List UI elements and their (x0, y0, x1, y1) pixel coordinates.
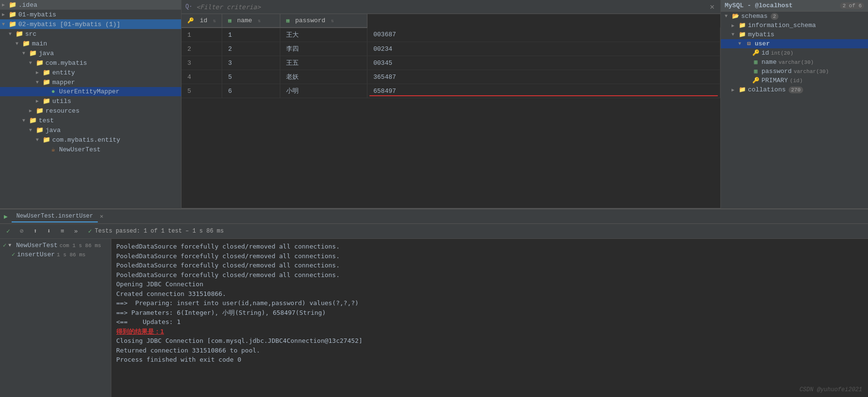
field-detail: (id) (790, 78, 803, 84)
table-row[interactable]: 1 1 王大 003687 (182, 28, 720, 42)
console-line: Closing JDBC Connection [com.mysql.jdbc.… (116, 336, 863, 346)
tree-item-java-main[interactable]: ▼ 📁 java (0, 48, 181, 58)
tree-item-com-mybatis-entity[interactable]: ▼ 📁 com.mybatis.entity (0, 135, 181, 145)
table-row[interactable]: 2 2 李四 00234 (182, 42, 720, 56)
rt-user-table[interactable]: ▼ ⊟ user (721, 39, 868, 48)
tree-item-main[interactable]: ▼ 📁 main (0, 39, 181, 48)
db-connection-title: MySQL - @localhost (725, 2, 792, 9)
sort-asc-button[interactable]: ⬆ (30, 226, 41, 236)
table-row[interactable]: 4 5 老妖 365487 (182, 70, 720, 84)
schema-folder-icon: 📁 (738, 22, 746, 29)
schemas-badge: 2 (771, 13, 779, 20)
console-line: ==> Parameters: 6(Integer), 小明(String), … (116, 308, 863, 318)
tree-arrow: ▼ (29, 128, 36, 133)
tab-close-icon[interactable]: ✕ (100, 213, 103, 220)
field-detail: varchar(30) (778, 59, 814, 65)
tree-label: test (39, 117, 54, 124)
folder-icon: 📁 (15, 30, 23, 38)
tree-label: UserEntityMapper (59, 88, 120, 95)
tree-item-java-test[interactable]: ▼ 📁 java (0, 125, 181, 135)
rt-field-password[interactable]: ▦ password varchar(30) (721, 67, 868, 76)
cell-name: 老妖 (280, 70, 367, 84)
tree-item-com-mybatis[interactable]: ▼ 📁 com.mybatis (0, 58, 181, 68)
tree-label: 02-mybatis [01-mybatis (1)] (18, 21, 121, 28)
rt-primary[interactable]: 🔑 PRIMARY (id) (721, 76, 868, 85)
cell-id-val: 6 (222, 84, 280, 98)
tree-expand-arrow: ▼ (8, 243, 15, 248)
list-button[interactable]: ≡ (57, 226, 68, 236)
rt-information-schema[interactable]: ▶ 📁 information_schema (721, 21, 868, 30)
check-button[interactable]: ✓ (3, 226, 14, 236)
console-line: PooledDataSource forcefully closed/remov… (116, 270, 863, 280)
field-detail: varchar(30) (793, 69, 829, 74)
tab-newusertest[interactable]: NewUserTest.insertUser (12, 211, 98, 222)
bottom-area: ▶ NewUserTest.insertUser ✕ ✓ ⊘ ⬆ ⬇ ≡ » ✓… (0, 208, 868, 397)
tree-item-01mybatis[interactable]: ▶ 📁 01-mybatis (0, 10, 181, 19)
test-item-newusertest[interactable]: ✓ ▼ NewUserTest com 1 s 86 ms (0, 241, 111, 250)
tree-item-test[interactable]: ▼ 📁 test (0, 116, 181, 125)
tree-label: entity (52, 69, 75, 76)
tree-label: com.mybatis (46, 59, 87, 67)
table-row[interactable]: 5 6 小明 658497 (182, 84, 720, 98)
rt-field-name[interactable]: ▦ name varchar(30) (721, 58, 868, 67)
tree-label: com.mybatis.entity (52, 136, 120, 144)
folder-icon: 📁 (43, 97, 50, 105)
tree-item-idea[interactable]: ▶ 📁 .idea (0, 0, 181, 10)
db-connection-badge: 2 of 6 (840, 2, 864, 9)
tree-item-newusertest[interactable]: ☕ NewUserTest (0, 145, 181, 154)
cell-password: 00345 (367, 56, 720, 70)
tree-arrow: ▼ (22, 51, 29, 56)
console-line: Process finished with exit code 0 (116, 355, 863, 365)
tree-item-src[interactable]: ▼ 📁 src (0, 29, 181, 39)
bottom-tabs: ▶ NewUserTest.insertUser ✕ (0, 209, 868, 224)
field-icon2: ▦ (752, 68, 760, 75)
folder-icon: 📁 (36, 126, 44, 134)
sort-desc-button[interactable]: ⬇ (44, 226, 54, 236)
filter-input[interactable] (196, 3, 704, 11)
tree-item-mapper[interactable]: ▼ 📁 mapper (0, 77, 181, 87)
close-button[interactable]: ✕ (708, 2, 716, 12)
field-icon: ▦ (752, 59, 760, 66)
console-line: 得到的结果是：1 (116, 327, 863, 337)
more-button[interactable]: » (71, 226, 81, 236)
rt-schemas[interactable]: ▼ 📂 schemas 2 (721, 12, 868, 21)
java-file-icon: ☕ (49, 146, 57, 153)
console-output[interactable]: PooledDataSource forcefully closed/remov… (111, 239, 868, 397)
tree-item-entity[interactable]: ▶ 📁 entity (0, 68, 181, 77)
tree-label: utils (52, 98, 71, 105)
tree-item-02mybatis[interactable]: ▼ 📁 02-mybatis [01-mybatis (1)] (0, 19, 181, 29)
rt-field-id[interactable]: 🔑 id int(20) (721, 48, 868, 58)
db-table-wrapper[interactable]: 🔑 id ⇅ ▦ name ⇅ ▦ password (182, 14, 720, 208)
tree-item-resources[interactable]: ▶ 📁 resources (0, 106, 181, 116)
test-pass-icon2: ✓ (12, 251, 15, 258)
tree-item-utils[interactable]: ▶ 📁 utils (0, 96, 181, 106)
table-row[interactable]: 3 3 王五 00345 (182, 56, 720, 70)
rt-arrow: ▼ (738, 41, 745, 46)
stop-button[interactable]: ⊘ (16, 226, 27, 236)
cell-password: 003687 (367, 28, 720, 42)
rt-collations[interactable]: ▶ 📁 collations 270 (721, 85, 868, 94)
cell-id-val: 5 (222, 70, 280, 84)
tree-label: .idea (18, 1, 37, 9)
folder-icon: 📁 (29, 117, 37, 124)
tree-label: mapper (52, 79, 75, 86)
col-name[interactable]: ▦ name ⇅ (222, 14, 280, 28)
status-check-icon: ✓ (88, 227, 92, 235)
tree-arrow: ▼ (9, 31, 15, 37)
test-item-insertuser[interactable]: ✓ insertUser 1 s 86 ms (0, 250, 111, 259)
sort-arrows-password: ⇅ (331, 18, 334, 24)
cell-id: 3 (182, 56, 222, 70)
rt-mybatis[interactable]: ▼ 📁 mybatis (721, 30, 868, 39)
rt-label: id (761, 49, 769, 57)
cell-id-val: 2 (222, 42, 280, 56)
tree-arrow: ▼ (22, 118, 29, 123)
tab-label: NewUserTest.insertUser (16, 213, 93, 220)
col-password[interactable]: ▦ password ⇅ (280, 14, 367, 28)
col-id[interactable]: 🔑 id ⇅ (182, 14, 222, 28)
tree-label: NewUserTest (59, 146, 101, 153)
folder-icon: 📁 (9, 11, 16, 18)
cell-id-val: 1 (222, 28, 280, 42)
status-text: Tests passed: 1 of 1 test – 1 s 86 ms (95, 228, 224, 235)
tree-item-userentitymapper[interactable]: ● UserEntityMapper (0, 87, 181, 96)
tree-arrow: ▶ (2, 2, 9, 8)
